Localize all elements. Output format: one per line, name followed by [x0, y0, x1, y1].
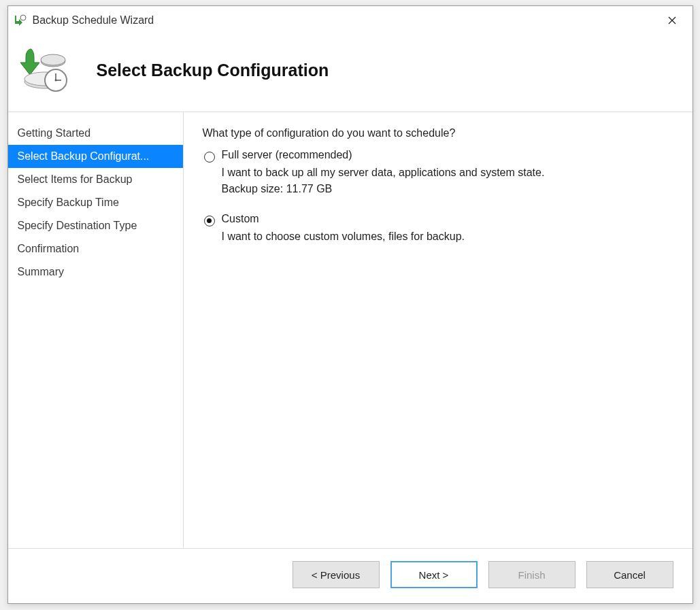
- step-confirmation[interactable]: Confirmation: [8, 237, 183, 260]
- wizard-footer: < Previous Next > Finish Cancel: [8, 548, 693, 603]
- close-button[interactable]: [657, 10, 687, 31]
- step-specify-time[interactable]: Specify Backup Time: [8, 191, 183, 214]
- app-icon: [14, 14, 27, 27]
- option-size-full-server: Backup size: 11.77 GB: [222, 183, 673, 195]
- previous-button[interactable]: < Previous: [293, 561, 380, 588]
- steps-sidebar: Getting Started Select Backup Configurat…: [8, 112, 184, 548]
- page-title: Select Backup Configuration: [97, 61, 329, 80]
- option-label-custom: Custom: [222, 213, 259, 225]
- option-custom[interactable]: Custom I want to choose custom volumes, …: [203, 213, 673, 247]
- option-desc-full-server: I want to back up all my server data, ap…: [222, 167, 673, 179]
- next-button[interactable]: Next >: [390, 561, 478, 588]
- cancel-button[interactable]: Cancel: [586, 561, 673, 588]
- titlebar: Backup Schedule Wizard: [8, 6, 693, 34]
- option-label-full-server: Full server (recommended): [222, 149, 352, 161]
- step-summary[interactable]: Summary: [8, 260, 183, 284]
- config-prompt: What type of configuration do you want t…: [203, 127, 673, 139]
- step-select-items[interactable]: Select Items for Backup: [8, 168, 183, 191]
- radio-full-server[interactable]: [204, 152, 215, 163]
- step-destination-type[interactable]: Specify Destination Type: [8, 214, 183, 237]
- svg-point-6: [41, 54, 65, 65]
- close-icon: [668, 16, 676, 24]
- wizard-header: Select Backup Configuration: [8, 34, 693, 112]
- content-pane: What type of configuration do you want t…: [184, 112, 693, 548]
- window-title: Backup Schedule Wizard: [33, 14, 657, 27]
- radio-custom[interactable]: [204, 216, 215, 226]
- wizard-window: Backup Schedule Wizard Select Backup Con…: [7, 5, 693, 604]
- step-select-backup-configuration[interactable]: Select Backup Configurat...: [8, 145, 183, 168]
- svg-point-0: [20, 15, 26, 20]
- backup-icon: [15, 48, 76, 92]
- finish-button: Finish: [488, 561, 576, 588]
- step-getting-started[interactable]: Getting Started: [8, 122, 183, 145]
- wizard-body: Getting Started Select Backup Configurat…: [8, 112, 693, 548]
- option-desc-custom: I want to choose custom volumes, files f…: [222, 231, 673, 243]
- option-full-server[interactable]: Full server (recommended) I want to back…: [203, 149, 673, 199]
